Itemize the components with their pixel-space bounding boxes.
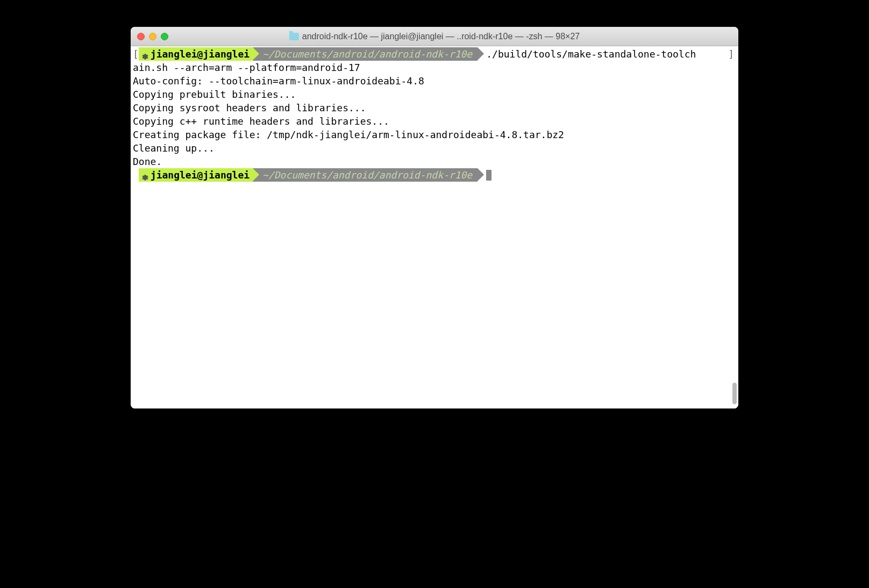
- output-line: Cleaning up...: [133, 141, 736, 155]
- output-line: Copying prebuilt binaries...: [133, 88, 736, 101]
- terminal-window: android-ndk-r10e — jianglei@jianglei — .…: [131, 27, 738, 408]
- gear-icon: [141, 50, 149, 59]
- gear-icon: [141, 171, 149, 180]
- traffic-lights: [137, 33, 168, 40]
- prompt-user-segment: jianglei@jianglei: [139, 168, 253, 182]
- prompt-line-1: [ jianglei@jianglei ~/Documents/android/…: [133, 47, 736, 61]
- cursor: [486, 170, 492, 181]
- output-line: Done.: [133, 155, 736, 168]
- output-line: Copying c++ runtime headers and librarie…: [133, 114, 736, 128]
- output-line: Copying sysroot headers and libraries...: [133, 101, 736, 114]
- titlebar[interactable]: android-ndk-r10e — jianglei@jianglei — .…: [131, 27, 738, 46]
- bracket-close: ]: [728, 47, 734, 61]
- output-line: Auto-config: --toolchain=arm-linux-andro…: [133, 74, 736, 88]
- prompt-user-segment: jianglei@jianglei: [139, 47, 253, 61]
- prompt-path-segment: ~/Documents/android/android-ndk-r10e: [253, 47, 478, 61]
- minimize-button[interactable]: [149, 33, 156, 40]
- prompt-user-text: jianglei@jianglei: [151, 168, 250, 182]
- window-title: android-ndk-r10e — jianglei@jianglei — .…: [289, 32, 580, 41]
- prompt-path-text: ~/Documents/android/android-ndk-r10e: [262, 169, 472, 181]
- window-title-text: android-ndk-r10e — jianglei@jianglei — .…: [302, 32, 580, 41]
- close-button[interactable]: [137, 33, 145, 40]
- terminal-content[interactable]: [ jianglei@jianglei ~/Documents/android/…: [131, 46, 738, 408]
- output-line: Creating package file: /tmp/ndk-jianglei…: [133, 128, 736, 141]
- maximize-button[interactable]: [161, 33, 168, 40]
- bracket-open: [133, 168, 139, 182]
- prompt-line-2: jianglei@jianglei ~/Documents/android/an…: [133, 168, 736, 182]
- folder-icon: [289, 33, 299, 40]
- scrollbar-thumb[interactable]: [732, 383, 737, 404]
- prompt-path-segment: ~/Documents/android/android-ndk-r10e: [253, 168, 478, 182]
- output-line: ain.sh --arch=arm --platform=android-17: [133, 61, 736, 74]
- command-text: ./build/tools/make-standalone-toolch: [486, 47, 696, 61]
- prompt-user-text: jianglei@jianglei: [151, 47, 250, 61]
- prompt-path-text: ~/Documents/android/android-ndk-r10e: [262, 48, 472, 60]
- bracket-open: [: [133, 47, 139, 61]
